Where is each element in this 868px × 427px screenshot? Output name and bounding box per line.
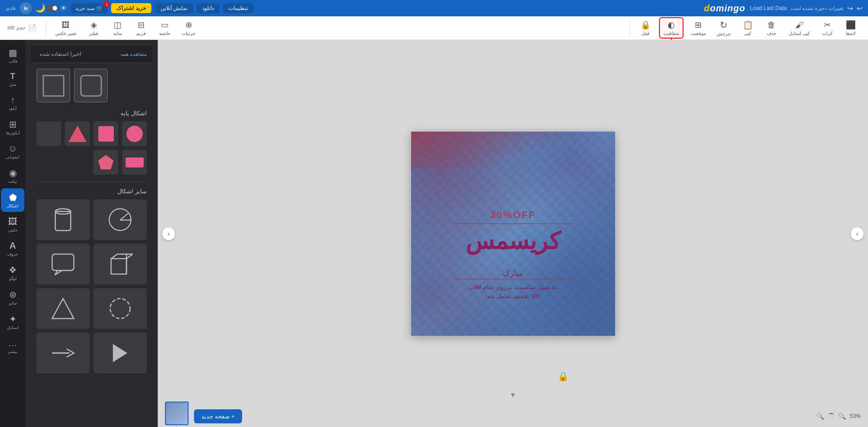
divider-bottom (452, 279, 574, 280)
chevron-down-icon[interactable]: ▾ (511, 390, 515, 400)
change-image-tool[interactable]: 🖼 تغییر عکس (52, 19, 81, 38)
sidebar-upload-icon[interactable]: ↑ آپلود (1, 91, 24, 114)
outline-speech-item[interactable] (36, 244, 90, 285)
outline-cylinder-item[interactable] (36, 199, 90, 240)
shape-square-item[interactable] (93, 121, 118, 146)
outline-arrow-item[interactable] (36, 333, 90, 373)
filter-icon: ◈ (91, 20, 97, 30)
user-avatar[interactable]: Ie (20, 2, 32, 14)
shapes-icon: ⬟ (9, 192, 17, 203)
undo-btn[interactable]: ↩ (857, 4, 863, 13)
outline-cube-item[interactable] (93, 244, 147, 285)
zoom-in-btn[interactable]: 🔍 (815, 411, 825, 421)
shape-rect-item[interactable] (122, 150, 147, 175)
layers-tool[interactable]: ⬛ لایه‌ها (841, 18, 861, 38)
crop-tool[interactable]: ✂ کراپ (817, 18, 837, 38)
logo-icon: ❖ (9, 265, 17, 275)
settings-btn[interactable]: تنظیمات (223, 3, 253, 13)
zoom-out-icon: 🔍 (838, 412, 846, 420)
sidebar-emoji-icon[interactable]: ☺ ایموجی (1, 140, 24, 163)
sidebar-logo-icon[interactable]: ❖ لوگو (1, 261, 24, 285)
sidebar-more-icon[interactable]: … بیشتر (1, 334, 24, 358)
text-icon: T (10, 72, 15, 81)
toolbar-sep2 (46, 20, 46, 36)
shadow-tool[interactable]: ◫ سایه (107, 18, 127, 38)
sidebar-letters-icon[interactable]: A حروف (1, 237, 24, 260)
load-last-data-btn[interactable]: Load Last Data (750, 5, 786, 11)
lock-tool[interactable]: 🔒 قفل (635, 18, 655, 38)
outline-triangle-item[interactable] (36, 288, 90, 329)
theme-toggle[interactable]: ☀ 🌙 (35, 3, 67, 13)
page-thumbnail[interactable]: 1 (165, 402, 189, 427)
redo-btn[interactable]: ↪ (847, 4, 853, 13)
shape-pentagon-item[interactable] (93, 150, 118, 175)
svg-rect-2 (111, 259, 126, 274)
position-icon: ⊞ (695, 20, 702, 30)
rotate-tool[interactable]: ↻ چرخش (713, 18, 734, 38)
basic-shapes-title: اشکال پایه (36, 110, 147, 117)
sidebar-template-icon[interactable]: ▦ قالب (1, 44, 24, 67)
delete-icon: 🗑 (767, 20, 776, 30)
nav-center: ↩ ↪ تغییرات ذخیره نشده است Load Last Dat… (750, 4, 863, 13)
tab-recently-used[interactable]: اخیرا استفاده شده (36, 49, 85, 59)
see-all-link[interactable]: مشاهده همه (121, 51, 147, 57)
sidebar-other-icon[interactable]: ⊛ سایر (1, 285, 24, 309)
change-image-icon: 🖼 (62, 20, 70, 30)
svg-rect-3 (52, 254, 74, 270)
cart-btn[interactable]: 🛒 1 سبد خرید (71, 3, 107, 13)
border-tool[interactable]: ▭ حاشیه (155, 18, 175, 38)
sidebar-ticket-icon[interactable]: ◉ تیکت (1, 164, 24, 187)
outline-play-item[interactable] (93, 333, 147, 373)
copy-style-tool[interactable]: 🖌 کپی استایل (785, 19, 814, 38)
percent-off-text: 30%OFF (411, 209, 615, 221)
recent-shape-1[interactable] (74, 69, 108, 103)
toolbar-separator (630, 20, 630, 36)
sidebar-shapes-icon[interactable]: ⬟ اشکال (1, 188, 24, 212)
add-page-btn[interactable]: + صفحه جدید (194, 409, 242, 423)
transparency-tool[interactable]: ◐ شفافیت (659, 17, 684, 39)
top-navigation: domingo ↩ ↪ تغییرات ذخیره نشده است Load … (0, 0, 868, 16)
divider-top (452, 223, 574, 224)
main-content: ‹ 30%OFF کریسمس مبارک به همین مناسبت، بر… (0, 40, 868, 427)
details-tool[interactable]: ⊕ جزئیات (178, 18, 199, 38)
download-btn[interactable]: دانلود (197, 3, 219, 13)
sidebar-style-icon[interactable]: ✦ استایل (1, 310, 24, 334)
delete-tool[interactable]: 🗑 حذف (761, 19, 781, 38)
design-canvas[interactable]: 30%OFF کریسمس مبارک به همین مناسبت، بر ر… (411, 132, 615, 336)
rotate-icon: ↻ (720, 20, 727, 30)
filter-tool[interactable]: ◈ فیلتر (84, 18, 104, 38)
outline-pie (109, 208, 131, 231)
canvas-next-btn[interactable]: › (851, 227, 863, 240)
layers-icon: ⬛ (846, 20, 856, 30)
frame-icon: ⊟ (138, 20, 145, 30)
copy-tool[interactable]: 📋 کپی (738, 18, 758, 38)
more-icon: … (8, 338, 17, 348)
recent-shape-2[interactable] (36, 69, 70, 103)
sidebar-icons: ▦ قالب T متن ↑ آپلود ⊞ آیکون‌ها ☺ ایموجی… (0, 40, 25, 427)
recent-shape-inner-2 (43, 75, 64, 97)
shape-triangle-item[interactable] (65, 121, 90, 146)
canvas-prev-btn[interactable]: ‹ (162, 227, 175, 240)
crop-icon: ✂ (824, 20, 831, 30)
sidebar-text-icon[interactable]: T متن (1, 68, 24, 90)
panel-header: مشاهده همه اخیرا استفاده شده (31, 45, 152, 63)
sidebar-photo-icon[interactable]: 🖼 عکس (1, 213, 24, 236)
outline-pie-item[interactable] (93, 199, 147, 240)
shape-pentagon (98, 155, 114, 170)
shape-circle-item[interactable] (122, 121, 147, 146)
plan-label: عادی (5, 5, 16, 11)
other-shapes-title: سایر اشکال (36, 188, 147, 195)
position-tool[interactable]: ⊞ موقعیت (687, 18, 709, 38)
shape-rect (126, 157, 144, 167)
toggle-dot (47, 5, 58, 11)
frame-tool[interactable]: ⊟ فریم (131, 18, 151, 38)
cart-badge: 1 (103, 1, 110, 7)
zoom-out-btn[interactable]: 🔍 (837, 411, 847, 421)
cylinder-svg (52, 206, 74, 233)
shape-empty-item[interactable] (36, 121, 61, 146)
copy-icon: 📋 (743, 20, 753, 30)
outline-flower-item[interactable] (93, 288, 147, 329)
purchase-btn[interactable]: خرید اشتراک (111, 3, 151, 13)
preview-btn[interactable]: نمایش آنلاین (155, 3, 193, 13)
sidebar-icons-icon[interactable]: ⊞ آیکون‌ها (1, 115, 24, 139)
